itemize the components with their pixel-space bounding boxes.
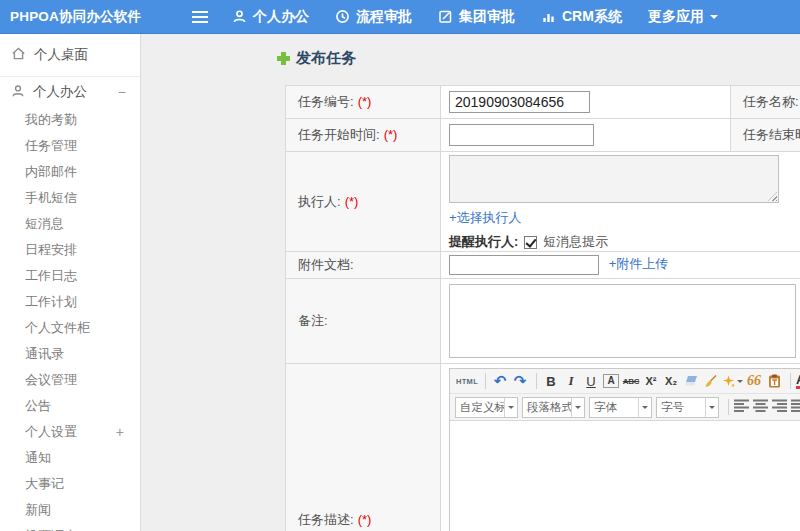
sidebar-item-label: 我的考勤	[25, 107, 124, 133]
executor-textarea[interactable]	[449, 155, 779, 203]
sidebar-item[interactable]: 工作日志	[0, 263, 140, 289]
nav-item-personal-office[interactable]: 个人办公	[232, 8, 309, 26]
row-remark: 备注:	[286, 279, 800, 364]
caret-down-icon	[705, 398, 718, 417]
sidebar-item[interactable]: 我的考勤	[0, 107, 140, 133]
editor-dropdown[interactable]: 字号	[656, 397, 719, 418]
editor-dropdown[interactable]: 字体	[589, 397, 652, 418]
toolbar-separator	[536, 373, 537, 389]
undo-icon[interactable]: ↶	[491, 371, 509, 392]
sidebar-section-label: 个人办公	[33, 83, 110, 101]
font-style-button[interactable]: A	[603, 374, 618, 388]
align-justify-icon[interactable]	[791, 399, 800, 415]
sidebar-item[interactable]: 日程安排	[0, 237, 140, 263]
start-time-input[interactable]	[449, 124, 594, 146]
attachment-upload-link[interactable]: +附件上传	[609, 256, 669, 271]
nav-item-more-apps[interactable]: 更多应用	[648, 8, 718, 26]
hamburger-menu-icon[interactable]	[192, 11, 208, 23]
nav-label: CRM系统	[562, 8, 622, 26]
row-attachment: 附件文档: +附件上传	[286, 252, 800, 279]
sidebar: 个人桌面 个人办公 − 我的考勤 任务管理	[0, 34, 141, 531]
superscript-button[interactable]: X²	[642, 371, 660, 392]
choose-executor-link[interactable]: +选择执行人	[449, 210, 522, 225]
paste-icon[interactable]	[765, 371, 783, 392]
collapse-icon[interactable]: −	[118, 84, 126, 100]
font-color-button[interactable]: A	[796, 371, 800, 392]
task-number-input[interactable]	[449, 91, 590, 113]
strikethrough-button[interactable]: ABC	[622, 371, 640, 392]
format-brush-icon[interactable]	[702, 371, 720, 392]
sidebar-item[interactable]: 投票调查	[0, 523, 140, 531]
sidebar-item-label: 投票调查	[25, 523, 124, 531]
caret-down-icon	[638, 398, 651, 417]
remind-executor-label: 提醒执行人:	[449, 233, 518, 251]
end-time-label: 任务结束时间:(*)	[731, 119, 800, 152]
nav-item-crm[interactable]: CRM系统	[541, 8, 622, 26]
bold-button[interactable]: B	[542, 371, 560, 392]
sidebar-item-label: 个人设置	[25, 419, 116, 445]
executor-label: 执行人:(*)	[286, 152, 441, 252]
dropdown-label: 字号	[657, 400, 705, 415]
main-content: 发布任务 任务编号:(*) 任务名称:(*) 任务开始时间:(*)	[141, 34, 800, 531]
sidebar-item[interactable]: 会议管理	[0, 367, 140, 393]
attachment-input[interactable]	[449, 255, 599, 275]
row-executor: 执行人:(*) +选择执行人 提醒执行人: 短消息提示	[286, 152, 800, 252]
underline-button[interactable]: U	[582, 371, 600, 392]
sidebar-item[interactable]: 公告	[0, 393, 140, 419]
sidebar-item-label: 内部邮件	[25, 159, 124, 185]
sidebar-item[interactable]: 手机短信	[0, 185, 140, 211]
italic-button[interactable]: I	[562, 371, 580, 392]
sidebar-item[interactable]: 任务管理	[0, 133, 140, 159]
sidebar-item-personal-desktop[interactable]: 个人桌面	[0, 34, 140, 76]
sidebar-item-label: 工作计划	[25, 289, 124, 315]
auto-typeset-icon[interactable]	[722, 371, 743, 392]
expand-icon[interactable]: +	[116, 419, 124, 445]
required-star: (*)	[358, 94, 372, 109]
editor-dropdown[interactable]: 段落格式	[522, 397, 585, 418]
redo-icon[interactable]: ↷	[511, 371, 529, 392]
align-center-icon[interactable]	[753, 399, 768, 415]
sidebar-item[interactable]: 个人文件柜	[0, 315, 140, 341]
sidebar-item[interactable]: 大事记	[0, 471, 140, 497]
toolbar-separator	[485, 373, 486, 389]
blockquote-button[interactable]: 66	[745, 371, 763, 392]
sidebar-section-personal-office[interactable]: 个人办公 −	[0, 77, 140, 107]
sidebar-item[interactable]: 个人设置 +	[0, 419, 140, 445]
sidebar-item-label: 公告	[25, 393, 124, 419]
sms-remind-checkbox[interactable]	[524, 236, 537, 249]
user-icon	[11, 84, 25, 101]
sidebar-menu: 我的考勤 任务管理 内部邮件 手机短信	[0, 107, 140, 531]
sidebar-item[interactable]: 内部邮件	[0, 159, 140, 185]
nav-item-group-approval[interactable]: 集团审批	[438, 8, 515, 26]
sidebar-item[interactable]: 短消息	[0, 211, 140, 237]
rich-text-editor: HTML ↶ ↷ B I U A ABC X² X₂	[449, 368, 800, 531]
sidebar-item[interactable]: 工作计划	[0, 289, 140, 315]
nav-label: 个人办公	[253, 8, 309, 26]
toolbar-separator	[790, 373, 791, 389]
user-icon	[232, 9, 247, 24]
remark-textarea[interactable]	[449, 284, 796, 358]
dropdown-label: 段落格式	[523, 400, 571, 415]
start-time-label: 任务开始时间:(*)	[286, 119, 441, 152]
description-label: 任务描述:(*)	[286, 364, 441, 531]
editor-content[interactable]	[450, 421, 800, 531]
align-left-icon[interactable]	[734, 399, 749, 415]
subscript-button[interactable]: X₂	[662, 371, 680, 392]
html-source-button[interactable]: HTML	[456, 371, 478, 392]
align-right-icon[interactable]	[772, 399, 787, 415]
sidebar-item[interactable]: 通知	[0, 445, 140, 471]
editor-toolbar-row1: HTML ↶ ↷ B I U A ABC X² X₂	[450, 369, 800, 394]
sidebar-item[interactable]: 通讯录	[0, 341, 140, 367]
row-task-time: 任务开始时间:(*) 任务结束时间:(*)	[286, 119, 800, 152]
sidebar-item-label: 个人文件柜	[25, 315, 124, 341]
sidebar-item-label: 手机短信	[25, 185, 124, 211]
sidebar-item-label: 会议管理	[25, 367, 124, 393]
page-header: 发布任务	[277, 49, 800, 68]
editor-dropdown[interactable]: 自定义标题	[455, 397, 518, 418]
nav-item-process-approval[interactable]: 流程审批	[335, 8, 412, 26]
sms-remind-label: 短消息提示	[543, 233, 608, 251]
caret-down-icon	[737, 380, 743, 386]
sidebar-item[interactable]: 新闻	[0, 497, 140, 523]
sidebar-item-label: 通知	[25, 445, 124, 471]
eraser-icon[interactable]	[682, 371, 700, 392]
